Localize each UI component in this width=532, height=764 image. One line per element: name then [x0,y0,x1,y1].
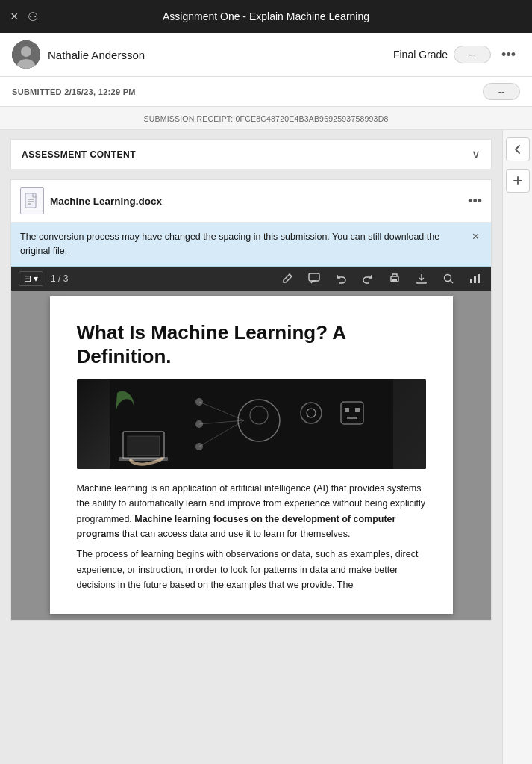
document-card: Machine Learning.docx ••• The conversion… [10,179,492,621]
user-name: Nathalie Andersson [48,49,145,61]
add-icon [513,176,523,186]
avatar [12,40,40,69]
pdf-toolbar-left: ⊟ ▾ 1 / 3 [19,271,68,286]
pdf-page-info: 1 / 3 [51,273,68,284]
page-layout-icon: ⊟ [24,273,31,284]
svg-point-10 [445,274,451,281]
svg-point-1 [21,46,31,57]
ml-illustration [110,379,393,469]
undo-icon [335,273,347,285]
redo-icon [362,273,374,285]
title-bar: × ⚇ Assignment One - Explain Machine Lea… [0,0,532,33]
undo-button[interactable] [333,271,349,286]
assessment-header: ASSESSMENT CONTENT ∨ [10,139,492,169]
window-title: Assignment One - Explain Machine Learnin… [163,10,369,22]
print-icon [389,273,401,285]
info-banner-text: The conversion process may have changed … [20,230,463,258]
pdf-toolbar: ⊟ ▾ 1 / 3 [11,267,491,291]
user-info: Nathalie Andersson [12,40,145,69]
submitted-row: SUBMITTED 2/15/23, 12:29 PM -- [0,77,532,107]
chevron-down-icon: ▾ [34,273,38,284]
right-sidebar [502,130,532,764]
svg-rect-9 [392,279,397,282]
header-more-button[interactable]: ••• [497,46,520,64]
pdf-body-paragraph-2: The process of learning begins with obse… [77,547,426,593]
pdf-heading: What Is Machine Learning? A Definition. [77,320,426,369]
svg-point-30 [195,420,203,428]
document-header: Machine Learning.docx ••• [11,180,491,223]
pdf-toolbar-right [279,271,484,286]
edit-icon [281,273,293,285]
pdf-content: What Is Machine Learning? A Definition. [11,291,491,620]
edit-tool-button[interactable] [279,271,295,286]
comment-icon [308,273,320,285]
sidebar-add-button[interactable] [506,169,530,193]
content-panel: ASSESSMENT CONTENT ∨ [0,130,502,764]
assessment-chevron-button[interactable]: ∨ [472,147,481,161]
search-button[interactable] [440,271,457,286]
grade-pill[interactable]: -- [454,46,491,63]
window-controls: × ⚇ [10,9,38,25]
doc-icon-name: Machine Learning.docx [20,187,162,214]
chevron-left-icon [513,144,522,155]
svg-rect-3 [25,193,36,208]
svg-line-11 [451,280,454,283]
download-icon [416,273,428,285]
pdf-body-paragraph-1: Machine learning is an application of ar… [77,481,426,543]
download-button[interactable] [413,271,430,286]
search-icon [442,273,454,285]
redo-button[interactable] [360,271,376,286]
pdf-page: What Is Machine Learning? A Definition. [50,296,453,614]
print-button[interactable] [387,271,403,286]
main-area: ASSESSMENT CONTENT ∨ [0,130,532,764]
svg-rect-18 [128,436,160,456]
file-icon [25,193,40,209]
info-banner: The conversion process may have changed … [11,223,491,267]
doc-icon [20,187,44,214]
submitted-pill[interactable]: -- [483,83,520,100]
pdf-image [77,379,426,469]
svg-rect-26 [347,417,357,419]
header-row: Nathalie Andersson Final Grade -- ••• [0,33,532,77]
page-layout-button[interactable]: ⊟ ▾ [19,271,43,286]
svg-rect-24 [345,408,349,412]
analytics-button[interactable] [467,271,484,286]
assessment-title: ASSESSMENT CONTENT [22,149,136,160]
activity-icon[interactable]: ⚇ [28,10,38,24]
doc-more-button[interactable]: ••• [468,193,482,209]
doc-name: Machine Learning.docx [50,196,162,207]
analytics-icon [469,273,481,285]
svg-rect-13 [474,276,476,283]
receipt-text: SUBMISSION RECEIPT: 0FCE8C48720E4B3AB969… [144,114,389,123]
svg-rect-25 [355,408,360,412]
svg-point-29 [195,398,203,406]
submitted-text: SUBMITTED 2/15/23, 12:29 PM [12,87,136,96]
sidebar-collapse-button[interactable] [506,137,530,161]
svg-rect-14 [478,274,480,283]
receipt-row: SUBMISSION RECEIPT: 0FCE8C48720E4B3AB969… [0,107,532,130]
close-icon[interactable]: × [10,9,19,25]
svg-rect-12 [470,279,472,283]
comment-tool-button[interactable] [306,271,322,286]
grade-label: Final Grade [393,49,448,60]
close-banner-button[interactable]: × [469,230,482,243]
svg-rect-7 [309,273,319,281]
grade-section: Final Grade -- ••• [393,46,520,64]
